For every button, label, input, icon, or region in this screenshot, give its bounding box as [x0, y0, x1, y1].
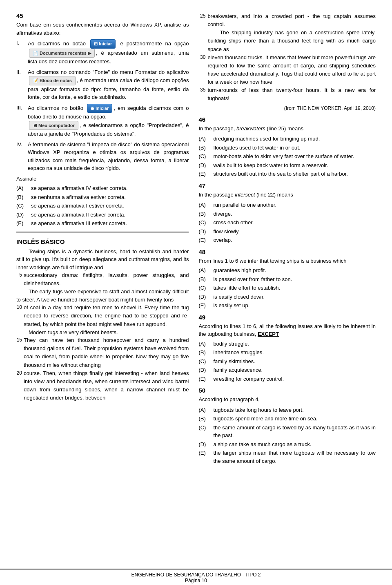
q45-intro: Com base em seus conhecimentos acerca do…	[16, 21, 189, 37]
line-num-10: 10	[16, 304, 24, 328]
question-47: 47 In the passage intersect (line 22) me…	[198, 182, 376, 244]
q45-content-i: Ao clicarmos no botão ⊞ Iniciar e poster…	[28, 39, 189, 66]
iniciar-button-img-1: ⊞ Iniciar	[90, 39, 116, 49]
q47-options: (A)run parallel to one another. (B)diver…	[198, 201, 376, 244]
q45-content-ii: Ao clicarmos no comando "Fonte" do menu …	[28, 68, 189, 101]
passage-text-left: Towing ships is a dynastic business, har…	[16, 248, 189, 402]
question-49: 49 According to lines 1 to 6, all the fo…	[198, 314, 376, 383]
q48-title: 48	[198, 248, 376, 255]
q45-label-iv: IV.	[16, 141, 28, 172]
line-num-5: 5	[16, 271, 24, 288]
q50-option-c: (C)the same amount of cargo is towed by …	[198, 424, 376, 440]
question-50: 50 According to paragraph 4, (A)tugboats…	[198, 387, 376, 465]
footer-page: Página 10	[0, 578, 392, 583]
question-45-title: 45	[16, 12, 189, 19]
q49-title: 49	[198, 314, 376, 321]
q46-option-d: (D)walls built to keep back water to for…	[198, 161, 376, 170]
q47-option-a: (A)run parallel to one another.	[198, 201, 376, 209]
q48-option-b: (B)is passed over from father to son.	[198, 275, 376, 284]
q45-option-e: (E)se apenas a afirmativa III estiver co…	[16, 219, 189, 228]
q50-title: 50	[198, 387, 376, 394]
q46-title: 46	[198, 116, 376, 123]
passage-line-5: 5 successionary drama: fistfights, lawsu…	[16, 271, 189, 288]
q48-option-c: (C)takes little effort to establish.	[198, 284, 376, 292]
q49-option-b: (B)inheritance struggles.	[198, 348, 376, 357]
passage-right: 25 breakwaters, and into a crowded port …	[198, 12, 376, 112]
q45-item-iii: III. Ao clicarmos no botão ⊞ Iniciar, em…	[16, 104, 189, 138]
q45-item-ii: II. Ao clicarmos no comando "Fonte" do m…	[16, 68, 189, 101]
q45-content-iii: Ao clicarmos no botão ⊞ Iniciar, em segu…	[28, 104, 189, 138]
q49-option-c: (C)family skirmishes.	[198, 357, 376, 366]
q50-option-e: (E)the larger ships mean that more tugbo…	[198, 449, 376, 465]
q46-option-a: (A)dredging machines used for bringing u…	[198, 135, 376, 143]
q50-intro: According to paragraph 4,	[198, 395, 376, 404]
passage-para-1: Towing ships is a dynastic business, har…	[16, 248, 189, 272]
bloco-notas-img: 📝 Bloco de notas	[29, 76, 76, 85]
line-num-15: 15	[16, 336, 24, 369]
q49-option-a: (A)bodily struggle.	[198, 340, 376, 348]
q50-option-d: (D)a ship can take as much cargo as a tr…	[198, 440, 376, 449]
passage-line-35: 35 turn-arounds of less than twenty-four…	[198, 86, 376, 103]
q45-label-ii: II.	[16, 68, 28, 101]
q48-options: (A)guarantees high profit. (B)is passed …	[198, 266, 376, 310]
q49-intro: According to lines 1 to 6, all the follo…	[198, 322, 376, 338]
q49-option-e: (E)wrestling for company control.	[198, 375, 376, 383]
q45-option-a: (A)se apenas a afirmativa IV estiver cor…	[16, 184, 189, 192]
q50-options: (A)tugboats take long hours to leave por…	[198, 406, 376, 465]
footer: ENGENHEIRO DE SEGURANÇA DO TRABALHO - TI…	[0, 569, 392, 585]
q46-option-c: (C)motor-boats able to skim very fast ov…	[198, 152, 376, 161]
passage-left: Towing ships is a dynastic business, har…	[16, 248, 189, 402]
q47-option-e: (E)overlap.	[198, 236, 376, 244]
q46-intro: In the passage, breakwaters (line 25) me…	[198, 125, 376, 133]
line-num-35: 35	[198, 86, 207, 103]
meu-computador-img: 🖥 Meu computador	[29, 121, 78, 130]
q48-intro: From lines 1 to 6 we infer that towing s…	[198, 257, 376, 265]
q48-option-d: (D)is easily closed down.	[198, 293, 376, 301]
passage-para-3: Modern tugs are very different beasts.	[16, 328, 189, 337]
line-num-25: 25	[198, 12, 207, 29]
q46-options: (A)dredging machines used for bringing u…	[198, 135, 376, 178]
q45-option-d: (D)se apenas a afirmativa II estiver cor…	[16, 211, 189, 219]
question-46: 46 In the passage, breakwaters (line 25)…	[198, 116, 376, 178]
q45-item-i: I. Ao clicarmos no botão ⊞ Iniciar e pos…	[16, 39, 189, 66]
q45-label-iii: III.	[16, 104, 28, 138]
passage-source: (from THE NEW YORKER, April 19, 2010)	[198, 105, 376, 112]
ingles-section-title: INGLÊS BÁSICO	[16, 238, 189, 245]
footer-title: ENGENHEIRO DE SEGURANÇA DO TRABALHO - TI…	[0, 572, 392, 578]
passage-para-2: The early tugs were expensive to staff a…	[16, 288, 189, 304]
documentos-recentes-img: 📄 Documentos recentes ▶	[29, 49, 95, 58]
q47-option-d: (D)flow slowly.	[198, 228, 376, 236]
passage-line-15: 15 They can have ten thousand horsepower…	[16, 336, 189, 369]
q45-option-c: (C)se apenas a afirmativa I estiver corr…	[16, 202, 189, 210]
q47-option-c: (C)cross each other.	[198, 219, 376, 227]
q48-option-e: (E)is easily set up.	[198, 301, 376, 310]
passage-line-20: 20 course. Then, when things finally get…	[16, 369, 189, 402]
question-48: 48 From lines 1 to 6 we infer that towin…	[198, 248, 376, 310]
q47-option-b: (B)diverge.	[198, 210, 376, 218]
q48-option-a: (A)guarantees high profit.	[198, 266, 376, 275]
q49-option-d: (D)family acquiescence.	[198, 366, 376, 374]
passage-line-25: 25 breakwaters, and into a crowded port …	[198, 12, 376, 29]
q45-options: (A)se apenas a afirmativa IV estiver cor…	[16, 184, 189, 228]
q50-option-a: (A)tugboats take long hours to leave por…	[198, 406, 376, 414]
q46-option-e: (E)structures built out into the sea to …	[198, 170, 376, 178]
passage-line-10: 10 of coal in a day and require ten men …	[16, 304, 189, 328]
line-num-20: 20	[16, 369, 24, 402]
line-num-30: 30	[198, 54, 207, 87]
q45-item-iv: IV. A ferramenta de sistema "Limpeza de …	[16, 141, 189, 172]
q50-option-b: (B)tugboats spend more and more time on …	[198, 415, 376, 423]
q45-label-i: I.	[16, 39, 28, 66]
iniciar-button-img-2: ⊞ Iniciar	[87, 104, 112, 113]
q47-title: 47	[198, 182, 376, 189]
q47-intro: In the passage intersect (line 22) means	[198, 191, 376, 199]
passage-para-4-start: The shipping industry has gone on a cons…	[198, 29, 376, 53]
passage-line-30: 30 eleven thousand trucks. It means that…	[198, 54, 376, 87]
section-divider	[16, 232, 189, 232]
q46-option-b: (B)floodgates used to let water in or ou…	[198, 144, 376, 152]
q49-options: (A)bodily struggle. (B)inheritance strug…	[198, 340, 376, 383]
q45-content-iv: A ferramenta de sistema "Limpeza de disc…	[28, 141, 189, 172]
q45-assinale: Assinale	[16, 175, 189, 183]
q45-option-b: (B)se nenhuma a afirmativa estiver corre…	[16, 193, 189, 201]
